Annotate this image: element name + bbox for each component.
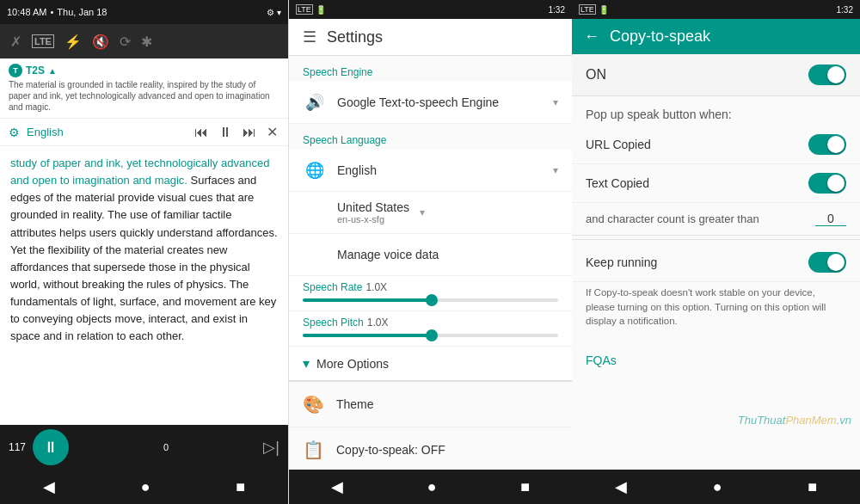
more-options-row[interactable]: ▾ More Options: [289, 347, 572, 381]
p3-nav-back-button[interactable]: ◀: [615, 477, 627, 496]
panel2-header: ☰ Settings: [289, 19, 572, 56]
keep-running-row: Keep running: [572, 243, 860, 282]
speech-rate-section: Speech Rate 1.0X: [289, 276, 572, 311]
speech-rate-label-row: Speech Rate 1.0X: [303, 281, 558, 293]
url-copied-toggle-thumb: [827, 136, 845, 153]
settings-icon[interactable]: ⚙: [9, 126, 20, 139]
divider1: [572, 239, 860, 240]
on-label: ON: [586, 67, 606, 83]
watermark-text: ThuThuatPhanMem.vn: [738, 414, 851, 427]
speech-language-section-label: Speech Language: [289, 124, 572, 150]
close-button[interactable]: ✕: [265, 122, 280, 142]
playback-bar: 117 ⏸ 0 ▷|: [0, 425, 288, 470]
region-dropdown-icon: ▾: [420, 206, 425, 218]
hamburger-menu-icon[interactable]: ☰: [303, 28, 316, 46]
p2-nav-recents-button[interactable]: ■: [520, 478, 530, 496]
time-label: 10:48 AM: [7, 7, 46, 17]
playback-counter: 117: [9, 441, 26, 453]
t2s-label: T2S: [26, 65, 45, 77]
dropdown-icon: ▾: [277, 8, 281, 17]
popup-section-title: Pop up speak button when:: [586, 108, 732, 121]
speech-engine-row[interactable]: 🔊 Google Text-to-speech Engine ▾: [289, 82, 572, 124]
p3-nav-home-button[interactable]: ●: [713, 478, 722, 496]
speech-pitch-label-row: Speech Pitch 1.0X: [303, 317, 558, 329]
keep-running-toggle-thumb: [827, 254, 845, 271]
copy-to-speak-menu-item[interactable]: 📋 Copy-to-speak: OFF: [289, 427, 572, 470]
p2-lte-icon: LTE: [296, 4, 313, 15]
language-label[interactable]: English: [27, 126, 186, 138]
panel2-settings: LTE 🔋 1:32 ☰ Settings Speech Engine 🔊 Go…: [288, 0, 572, 504]
speech-pitch-label: Speech Pitch: [303, 317, 364, 329]
p2-nav-back-button[interactable]: ◀: [331, 477, 343, 496]
char-count-input[interactable]: [815, 212, 846, 226]
panel3-copy-to-speak: LTE 🔋 1:32 ← Copy-to-speak ON Pop up spe…: [572, 0, 860, 504]
back-arrow-button[interactable]: ←: [584, 28, 599, 46]
speech-rate-slider[interactable]: [303, 298, 558, 302]
rewind-button[interactable]: ⏮: [193, 123, 210, 142]
text-copied-toggle[interactable]: [808, 173, 846, 194]
seek-forward-button[interactable]: ▷|: [263, 438, 280, 457]
p3-lte-icon: LTE: [579, 4, 596, 15]
nav-back-button[interactable]: ◀: [43, 477, 55, 496]
speech-rate-thumb: [426, 294, 438, 306]
p3-battery-icon: 🔋: [599, 5, 609, 15]
speech-rate-label: Speech Rate: [303, 281, 362, 293]
copy-to-speak-icon: 📋: [303, 439, 324, 460]
fqa-link[interactable]: FQAs: [586, 353, 617, 367]
copy-to-speak-title: Copy-to-speak: [610, 28, 710, 46]
speech-engine-dropdown-icon: ▾: [553, 96, 558, 108]
fqa-row: FQAs: [572, 339, 860, 382]
speech-engine-icon: 🔊: [303, 90, 327, 114]
globe-icon: 🌐: [303, 158, 327, 182]
region-row[interactable]: United States en-us-x-sfg ▾: [289, 192, 572, 234]
google-tts-icon: 🔊: [305, 93, 324, 112]
panel2-content: Speech Engine 🔊 Google Text-to-speech En…: [289, 56, 572, 470]
screen-rotate-icon: ⟳: [120, 34, 131, 50]
panel1-navbar: ◀ ● ■: [0, 470, 288, 504]
language-row[interactable]: 🌐 English ▾: [289, 150, 572, 192]
speech-engine-name: Google Text-to-speech Engine: [337, 95, 543, 109]
on-toggle-row: ON: [572, 54, 860, 96]
panel1-statusbar: 10:48 AM • Thu, Jan 18 ⚙ ▾: [0, 0, 288, 24]
mute-icon: 🔇: [92, 34, 109, 50]
wifi-off-icon: ✗: [10, 34, 22, 50]
theme-menu-item[interactable]: 🎨 Theme: [289, 382, 572, 427]
t2s-icon: T: [9, 64, 22, 77]
region-info: United States en-us-x-sfg: [337, 200, 409, 224]
url-copied-toggle[interactable]: [808, 134, 846, 155]
p3-nav-recents-button[interactable]: ■: [808, 478, 817, 496]
t2s-title: T T2S ▲: [9, 64, 280, 77]
panel3-header: ← Copy-to-speak: [572, 19, 860, 54]
day-label: Thu, Jan 18: [57, 7, 107, 17]
bluetooth-icon: ✱: [141, 34, 152, 50]
keep-running-label: Keep running: [586, 255, 808, 269]
nav-home-button[interactable]: ●: [141, 478, 150, 496]
pause-button[interactable]: ⏸: [217, 123, 234, 142]
language-dropdown-icon: ▾: [553, 164, 558, 176]
t2s-description: The material is grounded in tactile real…: [9, 79, 280, 113]
play-pause-button[interactable]: ⏸: [33, 429, 69, 465]
char-count-row: and character count is greater than: [572, 203, 860, 236]
settings-page-title: Settings: [327, 28, 383, 46]
panel1-status-right: ⚙ ▾: [267, 8, 281, 17]
panel1-icon-bar: ✗ LTE ⚡ 🔇 ⟳ ✱: [0, 24, 288, 58]
playback-end: 0: [163, 442, 169, 452]
speech-rate-fill: [303, 298, 431, 302]
on-toggle[interactable]: [808, 65, 846, 85]
panel3-statusbar: LTE 🔋 1:32: [572, 0, 860, 19]
panel1-text-reader: 10:48 AM • Thu, Jan 18 ⚙ ▾ ✗ LTE ⚡ 🔇 ⟳ ✱…: [0, 0, 288, 504]
panel3-spacer: ThuThuatPhanMem.vn: [572, 382, 860, 470]
panel2-navbar: ◀ ● ■: [289, 470, 572, 504]
copy-to-speak-label: Copy-to-speak: OFF: [336, 443, 445, 457]
region-name: United States: [337, 200, 409, 214]
manage-voice-row[interactable]: Manage voice data: [289, 234, 572, 276]
theme-label: Theme: [336, 397, 374, 411]
t2s-arrow: ▲: [48, 66, 57, 76]
nav-recents-button[interactable]: ■: [236, 478, 245, 496]
speech-engine-section-label: Speech Engine: [289, 56, 572, 82]
p2-nav-home-button[interactable]: ●: [427, 478, 437, 496]
keep-running-toggle[interactable]: [808, 252, 846, 273]
speech-pitch-slider[interactable]: [303, 334, 558, 337]
fast-forward-button[interactable]: ⏭: [241, 123, 258, 142]
panel3-navbar: ◀ ● ■: [572, 470, 860, 504]
